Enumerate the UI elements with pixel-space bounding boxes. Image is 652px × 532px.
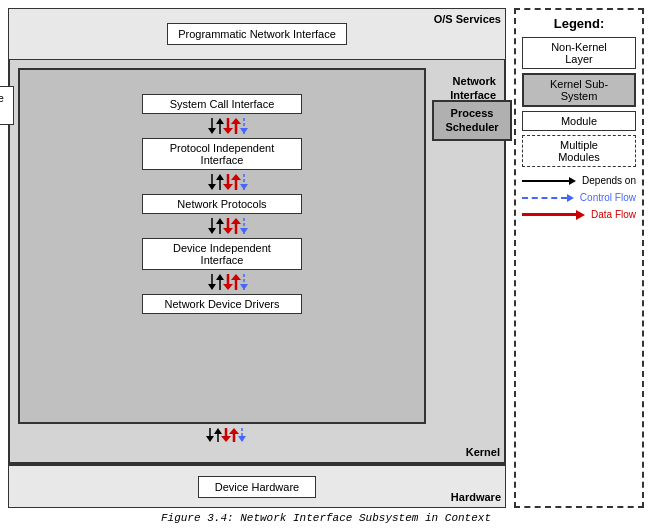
arrow-sci-to-pi bbox=[192, 116, 252, 136]
protocol-independent-label: Protocol IndependentInterface bbox=[170, 142, 275, 166]
arrow-di-to-ndd bbox=[192, 272, 252, 292]
svg-marker-33 bbox=[216, 274, 224, 280]
legend-kernel-sub: Kernel Sub-System bbox=[522, 73, 636, 107]
svg-marker-29 bbox=[240, 228, 248, 234]
figure-caption: Figure 3.4: Network Interface Subsystem … bbox=[8, 512, 644, 524]
svg-marker-1 bbox=[208, 128, 216, 134]
svg-marker-39 bbox=[240, 284, 248, 290]
legend-depends-on-label: Depends on bbox=[582, 175, 636, 186]
legend-data-flow-row: Data Flow bbox=[522, 209, 636, 220]
protocol-independent-box: Protocol IndependentInterface bbox=[142, 138, 302, 170]
network-device-drivers-label: Network Device Drivers bbox=[165, 298, 280, 310]
network-interface-box: NetworkInterface Virtual FileSystem Proc… bbox=[18, 68, 426, 424]
legend-arrows: Depends on Control Flow Data bbox=[522, 175, 636, 220]
svg-marker-21 bbox=[208, 228, 216, 234]
svg-marker-41 bbox=[206, 436, 214, 442]
svg-marker-37 bbox=[231, 274, 241, 280]
arrows-to-hardware bbox=[14, 428, 426, 442]
legend-data-flow-label: Data Flow bbox=[591, 209, 636, 220]
legend-non-kernel: Non-KernelLayer bbox=[522, 37, 636, 69]
svg-marker-5 bbox=[223, 128, 233, 134]
system-call-label: System Call Interface bbox=[170, 98, 275, 110]
legend-non-kernel-label: Non-KernelLayer bbox=[551, 41, 607, 65]
svg-marker-7 bbox=[231, 118, 241, 124]
kernel-section: Kernel NetworkInterface Virtual FileSyst… bbox=[8, 60, 506, 464]
svg-marker-31 bbox=[208, 284, 216, 290]
process-scheduler-label: ProcessScheduler bbox=[445, 107, 498, 133]
svg-marker-43 bbox=[214, 428, 222, 434]
svg-marker-35 bbox=[223, 284, 233, 290]
process-scheduler-box: ProcessScheduler bbox=[432, 100, 512, 141]
legend-depends-on-row: Depends on bbox=[522, 175, 636, 186]
arrow-np-to-di bbox=[192, 216, 252, 236]
device-independent-box: Device IndependentInterface bbox=[142, 238, 302, 270]
legend-module-label: Module bbox=[561, 115, 597, 127]
hardware-section: Device Hardware Hardware bbox=[8, 464, 506, 508]
svg-marker-23 bbox=[216, 218, 224, 224]
system-call-interface-box: System Call Interface bbox=[142, 94, 302, 114]
legend-multiple-modules-label: MultipleModules bbox=[558, 139, 600, 163]
svg-marker-9 bbox=[240, 128, 248, 134]
arrow-pi-to-np bbox=[192, 172, 252, 192]
legend-control-flow-row: Control Flow bbox=[522, 192, 636, 203]
kernel-label: Kernel bbox=[466, 446, 500, 458]
svg-marker-3 bbox=[216, 118, 224, 124]
vfs-label: Virtual FileSystem bbox=[0, 92, 4, 118]
os-services-label: O/S Services bbox=[434, 13, 501, 25]
legend-multiple-modules: MultipleModules bbox=[522, 135, 636, 167]
programmatic-network-interface-box: Programmatic Network Interface bbox=[167, 23, 347, 45]
device-hardware-box: Device Hardware bbox=[198, 476, 316, 498]
svg-marker-47 bbox=[229, 428, 239, 434]
legend-control-flow-label: Control Flow bbox=[580, 192, 636, 203]
svg-marker-27 bbox=[231, 218, 241, 224]
legend-module: Module bbox=[522, 111, 636, 131]
network-interface-label: NetworkInterface bbox=[450, 74, 496, 103]
diagram-area: Programmatic Network Interface O/S Servi… bbox=[8, 8, 644, 508]
device-hardware-label: Device Hardware bbox=[215, 481, 299, 493]
svg-marker-49 bbox=[238, 436, 246, 442]
hardware-label: Hardware bbox=[451, 491, 501, 503]
svg-marker-13 bbox=[216, 174, 224, 180]
svg-marker-15 bbox=[223, 184, 233, 190]
network-protocols-box: Network Protocols bbox=[142, 194, 302, 214]
device-independent-label: Device IndependentInterface bbox=[173, 242, 271, 266]
network-protocols-label: Network Protocols bbox=[177, 198, 266, 210]
svg-marker-19 bbox=[240, 184, 248, 190]
legend-box: Legend: Non-KernelLayer Kernel Sub-Syste… bbox=[514, 8, 644, 508]
network-device-drivers-box: Network Device Drivers bbox=[142, 294, 302, 314]
blocks-column: System Call Interface bbox=[20, 72, 424, 316]
svg-marker-25 bbox=[223, 228, 233, 234]
main-container: Programmatic Network Interface O/S Servi… bbox=[0, 0, 652, 532]
svg-marker-45 bbox=[221, 436, 231, 442]
left-diagram: Programmatic Network Interface O/S Servi… bbox=[8, 8, 506, 508]
os-services-section: Programmatic Network Interface O/S Servi… bbox=[8, 8, 506, 60]
arrow-ndd-to-dh bbox=[190, 428, 250, 442]
svg-marker-11 bbox=[208, 184, 216, 190]
vfs-box: Virtual FileSystem bbox=[0, 86, 14, 125]
legend-kernel-sub-label: Kernel Sub-System bbox=[550, 78, 608, 102]
legend-title: Legend: bbox=[522, 16, 636, 31]
programmatic-label: Programmatic Network Interface bbox=[178, 28, 336, 40]
svg-marker-17 bbox=[231, 174, 241, 180]
